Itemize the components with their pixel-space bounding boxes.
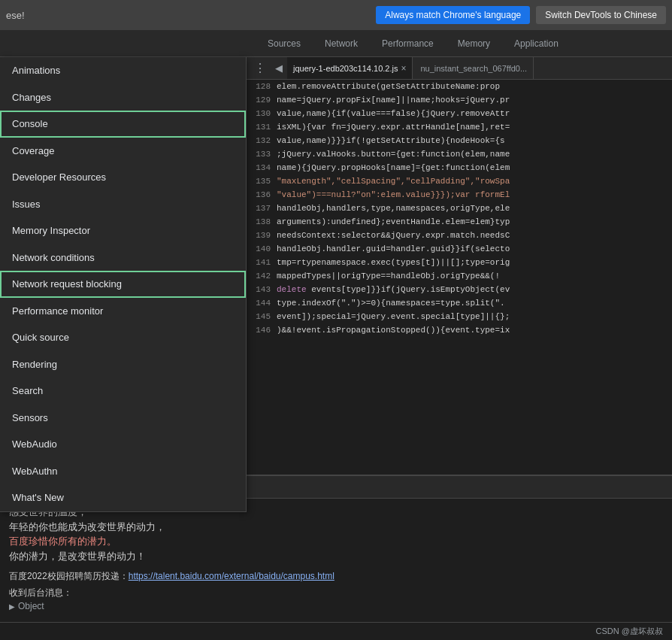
filter-input[interactable]	[247, 482, 666, 493]
code-line: 143delete events[type]}}if(jQuery.isEmpt…	[247, 283, 672, 296]
menu-item-animations[interactable]: Animations	[0, 57, 246, 84]
file-tab-jquery-label: jquery-1-edb203c114.10.2.js	[293, 64, 398, 73]
line-number: 129	[247, 93, 277, 107]
code-line: 139needsContext:selector&&jQuery.expr.ma…	[247, 229, 672, 242]
line-content: tmp=rtypenamespace.exec(types[t])||[];ty…	[277, 256, 510, 269]
main-layout: Animations Changes Console Coverage Deve…	[0, 57, 672, 640]
code-line: 133;jQuery.valHooks.button={get:function…	[247, 147, 672, 161]
receive-line: 收到后台消息：▶ Object	[247, 586, 663, 613]
line-number: 144	[247, 296, 277, 310]
line-content: type.indexOf(".")>=0){namespaces=type.sp…	[277, 296, 505, 310]
tab-application[interactable]: Application	[502, 32, 571, 56]
menu-item-developer-resources[interactable]: Developer Resources	[0, 164, 246, 191]
line-content: arguments):undefined};eventHandle.elem=e…	[277, 215, 510, 229]
line-content: name){jQuery.propHooks[name]={get:functi…	[277, 161, 510, 174]
code-line: 130value,name){if(value===false){jQuery.…	[247, 107, 672, 120]
line-content: ;jQuery.valHooks.button={get:function(el…	[277, 147, 510, 161]
console-line: 百度珍惜你所有的潜力。	[247, 534, 663, 549]
line-number: 134	[247, 161, 277, 174]
line-number: 142	[247, 269, 277, 283]
line-content: name=jQuery.propFix[name]||name;hooks=jQ…	[277, 93, 510, 107]
line-content: "maxLength","cellSpacing","cellPadding",…	[277, 174, 510, 188]
right-panel: ⋮ ◀ jquery-1-edb203c114.10.2.js × nu_ins…	[247, 57, 672, 640]
file-tab-bar: ⋮ ◀ jquery-1-edb203c114.10.2.js × nu_ins…	[247, 57, 672, 80]
line-number: 140	[247, 242, 277, 256]
campus-link[interactable]: https://talent.baidu.com/external/baidu/…	[247, 571, 334, 581]
tab-network[interactable]: Network	[313, 32, 370, 56]
line-content: delete events[type]}}if(jQuery.isEmptyOb…	[277, 283, 510, 296]
console-output: 感受世界的温度，年轻的你也能成为改变世界的动力，百度珍惜你所有的潜力。你的潜力，…	[247, 499, 672, 622]
line-number: 128	[247, 80, 277, 93]
line-number: 136	[247, 188, 277, 202]
line-number: 132	[247, 134, 277, 147]
line-content: mappedTypes||origType==handleObj.origTyp…	[277, 269, 500, 283]
line-number: 135	[247, 174, 277, 188]
console-line: 年轻的你也能成为改变世界的动力，	[247, 520, 663, 535]
code-line: 131isXML){var fn=jQuery.expr.attrHandle[…	[247, 120, 672, 134]
code-line: 142mappedTypes||origType==handleObj.orig…	[247, 269, 672, 283]
line-content: needsContext:selector&&jQuery.expr.match…	[277, 229, 510, 242]
menu-item-network-request-blocking[interactable]: Network request blocking	[0, 271, 246, 298]
line-number: 138	[247, 215, 277, 229]
tab-memory[interactable]: Memory	[446, 32, 502, 56]
code-line: 132value,name)}}}if(!getSetAttribute){no…	[247, 134, 672, 147]
line-content: "value")===null?"on":elem.value}}});var …	[277, 188, 510, 202]
menu-item-rendering[interactable]: Rendering	[0, 351, 246, 378]
line-number: 133	[247, 147, 277, 161]
tab-performance[interactable]: Performance	[370, 32, 446, 56]
menu-item-console[interactable]: Console	[0, 111, 246, 138]
code-line: 134name){jQuery.propHooks[name]={get:fun…	[247, 161, 672, 174]
console-footer: CSDN @虚坏叔叔	[247, 622, 672, 640]
menu-item-network-conditions[interactable]: Network conditions	[0, 244, 246, 271]
menu-item-whats-new[interactable]: What's New	[0, 484, 246, 511]
line-number: 139	[247, 229, 277, 242]
menu-item-sensors[interactable]: Sensors	[0, 405, 246, 432]
line-content: handleObj.handler.guid=handler.guid}}if(…	[277, 242, 510, 256]
line-content: event]);special=jQuery.event.special[typ…	[277, 310, 510, 323]
line-number: 131	[247, 120, 277, 134]
banner-text: ese!	[6, 10, 370, 21]
back-tab-button[interactable]: ◀	[272, 62, 286, 74]
code-line: 135"maxLength","cellSpacing","cellPaddin…	[247, 174, 672, 188]
line-content: elem.removeAttribute(getSetAttributeName…	[277, 80, 500, 93]
line-number: 143	[247, 283, 277, 296]
code-line: 145event]);special=jQuery.event.special[…	[247, 310, 672, 323]
line-content: value,name)}}}if(!getSetAttribute){nodeH…	[277, 134, 505, 147]
line-number: 141	[247, 256, 277, 269]
code-line: 137handleObj,handlers,type,namespaces,or…	[247, 202, 672, 215]
line-number: 146	[247, 323, 277, 337]
console-line: 你的潜力，是改变世界的动力！	[247, 549, 663, 564]
switch-chinese-button[interactable]: Switch DevTools to Chinese	[536, 6, 666, 24]
console-toolbar: ▶ ⊘ top ▼ 👁	[247, 476, 672, 499]
menu-item-search[interactable]: Search	[0, 378, 246, 405]
match-language-button[interactable]: Always match Chrome's language	[376, 6, 530, 24]
file-tab-instant-search[interactable]: nu_instant_search_067ffd0...	[414, 57, 534, 79]
menu-item-webauthn[interactable]: WebAuthn	[0, 458, 246, 485]
code-line: 140handleObj.handler.guid=handler.guid}}…	[247, 242, 672, 256]
menu-item-coverage[interactable]: Coverage	[0, 138, 246, 165]
line-number: 137	[247, 202, 277, 215]
menu-item-changes[interactable]: Changes	[0, 84, 246, 111]
code-line: 136"value")===null?"on":elem.value}}});v…	[247, 188, 672, 202]
more-tabs-button[interactable]: ⋮	[250, 61, 271, 75]
menu-item-performance-monitor[interactable]: Performance monitor	[0, 298, 246, 325]
line-content: handleObj,handlers,type,namespaces,origT…	[277, 202, 510, 215]
tab-sources[interactable]: Sources	[256, 32, 313, 56]
line-number: 145	[247, 310, 277, 323]
more-tools-dropdown: Animations Changes Console Coverage Deve…	[0, 57, 247, 512]
close-tab-icon[interactable]: ×	[401, 63, 406, 74]
language-banner: ese! Always match Chrome's language Swit…	[0, 0, 672, 30]
menu-item-issues[interactable]: Issues	[0, 191, 246, 218]
file-tab-jquery[interactable]: jquery-1-edb203c114.10.2.js ×	[287, 57, 413, 79]
line-content: )&&!event.isPropagationStopped()){event.…	[277, 323, 510, 337]
console-panel: ▶ ⊘ top ▼ 👁 感受世界的温度，年轻的你也能成为改变世界的动力，百度珍惜…	[247, 475, 672, 640]
menu-item-memory-inspector[interactable]: Memory Inspector	[0, 217, 246, 244]
code-line: 146)&&!event.isPropagationStopped()){eve…	[247, 323, 672, 337]
footer-right: CSDN @虚坏叔叔	[596, 626, 663, 637]
line-content: value,name){if(value===false){jQuery.rem…	[277, 107, 510, 120]
devtools-tab-bar: Sources Network Performance Memory Appli…	[0, 30, 672, 57]
menu-item-quick-source[interactable]: Quick source	[0, 324, 246, 351]
menu-item-webaudio[interactable]: WebAudio	[0, 431, 246, 458]
file-tab-instant-label: nu_instant_search_067ffd0...	[420, 64, 527, 73]
console-link-line: 百度2022校园招聘简历投递：https://talent.baidu.com/…	[247, 569, 663, 583]
